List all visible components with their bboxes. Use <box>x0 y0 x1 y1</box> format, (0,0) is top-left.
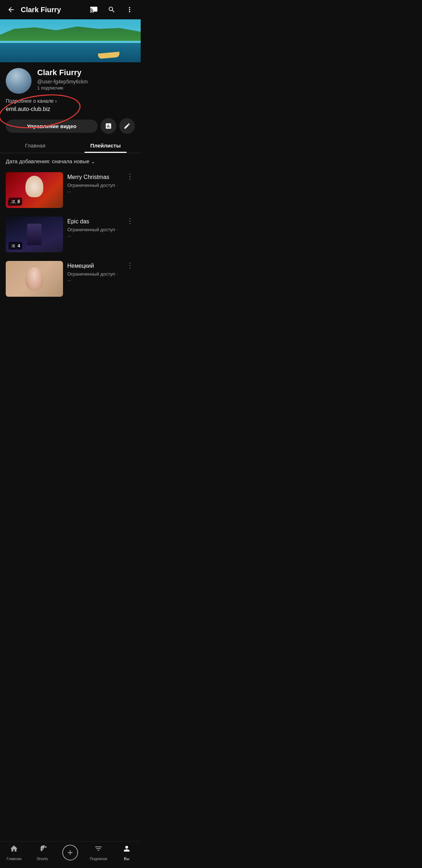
top-bar-icons <box>88 4 135 15</box>
playlist-count-badge: 4 <box>9 242 22 249</box>
profile-row: Clark Fiurry @user-fg4ep5my6ckm 1 подпис… <box>6 68 135 94</box>
playlist-menu-button[interactable]: ⋮ <box>125 261 135 270</box>
playlists-list: vevo 6 Merry Christmas Ограниченный дост… <box>0 169 141 302</box>
playlist-info: Немецкий Ограниченный доступ · ... <box>67 261 121 282</box>
manage-video-button[interactable]: Управление видео <box>6 120 98 133</box>
back-button[interactable] <box>6 4 16 15</box>
channel-banner <box>0 19 141 62</box>
sort-label: Дата добавления: сначала новые <box>6 158 89 164</box>
tab-playlists[interactable]: Плейлисты <box>71 138 141 153</box>
playlist-item[interactable]: vevo 6 Merry Christmas Ограниченный дост… <box>0 169 141 214</box>
sort-filter[interactable]: Дата добавления: сначала новые ⌄ <box>0 153 141 169</box>
more-options-button[interactable] <box>124 4 135 15</box>
cast-button[interactable] <box>88 4 99 15</box>
playlist-thumbnail: vevo 6 <box>6 172 63 208</box>
search-button[interactable] <box>106 4 117 15</box>
sort-chevron-icon: ⌄ <box>91 159 95 164</box>
playlist-thumbnail <box>6 261 63 297</box>
analytics-button[interactable] <box>101 118 116 134</box>
playlist-menu-button[interactable]: ⋮ <box>125 217 135 225</box>
channel-info-arrow-icon: › <box>55 98 57 104</box>
playlist-item[interactable]: Немецкий Ограниченный доступ · ... ⋮ <box>0 258 141 302</box>
playlist-info: Merry Christmas Ограниченный доступ · ..… <box>67 172 121 193</box>
playlist-subtitle: Ограниченный доступ · ... <box>67 183 121 193</box>
playlist-item[interactable]: 4 Epic das Ограниченный доступ · ... ⋮ <box>0 214 141 258</box>
website-wrapper: emil.auto-club.biz <box>6 106 50 112</box>
playlist-title: Merry Christmas <box>67 174 121 181</box>
avatar <box>6 68 31 94</box>
top-bar: Clark Fiurry <box>0 0 141 19</box>
playlist-title: Немецкий <box>67 262 121 270</box>
channel-info-label: Подробнее о канале <box>6 98 54 104</box>
website-link[interactable]: emil.auto-club.biz <box>6 106 50 112</box>
playlist-thumbnail: 4 <box>6 217 63 252</box>
profile-info: Clark Fiurry @user-fg4ep5my6ckm 1 подпис… <box>37 68 135 91</box>
playlist-count-badge: 6 <box>9 198 22 205</box>
action-row: Управление видео <box>6 117 135 138</box>
profile-subscribers: 1 подписчик <box>37 85 135 91</box>
playlist-title: Epic das <box>67 218 121 226</box>
tab-home[interactable]: Главная <box>0 138 71 153</box>
playlist-subtitle: Ограниченный доступ · ... <box>67 271 121 282</box>
page-title: Clark Fiurry <box>21 6 88 14</box>
profile-handle: @user-fg4ep5my6ckm <box>37 79 135 84</box>
playlist-info: Epic das Ограниченный доступ · ... <box>67 217 121 238</box>
profile-section: Clark Fiurry @user-fg4ep5my6ckm 1 подпис… <box>0 62 141 138</box>
edit-button[interactable] <box>119 118 135 134</box>
channel-info-link[interactable]: Подробнее о канале › <box>6 98 135 104</box>
playlist-subtitle: Ограниченный доступ · ... <box>67 227 121 238</box>
tabs-row: Главная Плейлисты <box>0 138 141 153</box>
playlist-menu-button[interactable]: ⋮ <box>125 172 135 181</box>
profile-name: Clark Fiurry <box>37 68 135 77</box>
